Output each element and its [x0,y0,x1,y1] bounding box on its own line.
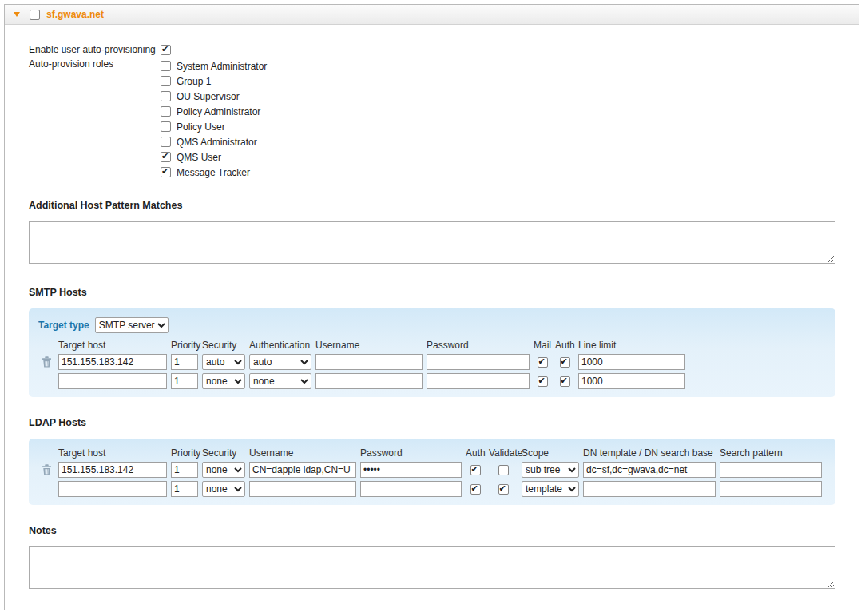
role-checkbox[interactable] [161,167,171,177]
password-input[interactable] [427,354,530,370]
host-header-bar[interactable]: sf.gwava.net [5,5,859,25]
col-password: Password [427,340,530,351]
auth-checkbox[interactable] [560,376,570,387]
smtp-host-row: none none [38,373,826,389]
auto-provision-roles-row: Auto-provision roles System Administrato… [29,58,835,180]
target-host-input[interactable] [58,354,167,370]
scope-select[interactable]: sub tree [522,462,579,478]
role-label: Message Tracker [177,167,250,178]
target-host-input[interactable] [58,462,167,478]
line-limit-input[interactable] [578,373,685,389]
authentication-select[interactable]: auto [249,354,311,370]
mail-checkbox[interactable] [538,357,548,368]
notes-heading: Notes [29,525,835,536]
username-input[interactable] [315,354,423,370]
host-select-checkbox[interactable] [30,10,40,20]
auth-checkbox[interactable] [470,484,481,495]
col-auth: Auth [555,340,574,351]
security-select[interactable]: auto [202,354,245,370]
target-type-select[interactable]: SMTP server [95,317,169,333]
security-select[interactable]: none [202,373,245,389]
col-security: Security [202,447,245,459]
search-pattern-input[interactable] [720,462,822,478]
collapse-arrow-icon[interactable] [14,12,20,17]
security-select[interactable]: none [202,481,245,497]
auth-checkbox[interactable] [560,357,570,368]
col-security: Security [202,340,245,351]
validate-checkbox[interactable] [498,465,509,475]
delete-row-icon[interactable] [38,354,54,370]
role-checkbox[interactable] [161,61,171,71]
role-item: QMS Administrator [161,134,267,149]
ldap-host-row: none sub tree [38,462,826,478]
role-item: Message Tracker [161,165,267,180]
role-item: OU Supervisor [161,89,267,104]
target-host-input[interactable] [58,481,167,497]
target-type-label: Target type [38,320,89,331]
auth-checkbox[interactable] [470,465,481,475]
col-priority: Priority [171,447,198,459]
smtp-host-row: auto auto [38,354,826,370]
mail-checkbox[interactable] [538,376,548,387]
enable-auto-provisioning-checkbox[interactable] [161,45,171,55]
priority-input[interactable] [171,354,198,370]
enable-auto-provisioning-label: Enable user auto-provisioning [29,44,161,55]
ldap-host-row: none template [38,481,826,497]
password-input[interactable] [427,373,530,389]
delete-row-icon[interactable] [38,462,54,478]
priority-input[interactable] [171,462,198,478]
password-input[interactable] [360,481,462,497]
ldap-hosts-panel: Target host Priority Security Username P… [29,439,835,505]
host-patterns-textarea[interactable] [29,221,835,264]
scope-select[interactable]: template [522,481,579,497]
dn-template-input[interactable] [583,481,716,497]
col-target-host: Target host [58,447,167,459]
col-validate: Validate [489,447,518,459]
role-label: Group 1 [177,76,211,87]
role-checkbox[interactable] [161,106,171,117]
host-title: sf.gwava.net [46,9,104,20]
role-label: QMS User [177,152,221,163]
col-dn-template: DN template / DN search base [583,447,716,459]
username-input[interactable] [249,462,356,478]
validate-checkbox[interactable] [498,484,509,495]
col-priority: Priority [171,340,198,351]
ldap-hosts-heading: LDAP Hosts [29,417,835,428]
search-pattern-input[interactable] [720,481,822,497]
col-password: Password [360,447,462,459]
security-select[interactable]: none [202,462,245,478]
line-limit-input[interactable] [578,354,685,370]
col-username: Username [315,340,423,351]
password-input[interactable] [360,462,462,478]
role-item: Group 1 [161,74,267,89]
dn-template-input[interactable] [583,462,716,478]
col-auth: Auth [466,447,485,459]
role-checkbox[interactable] [161,76,171,86]
col-search-pattern: Search pattern [720,447,822,459]
priority-input[interactable] [171,373,198,389]
role-item: Policy Administrator [161,104,267,119]
col-authentication: Authentication [249,340,311,351]
role-label: Policy User [177,121,225,133]
target-type-row: Target type SMTP server [38,316,826,335]
enable-auto-provisioning-row: Enable user auto-provisioning [29,44,835,55]
priority-input[interactable] [171,481,198,497]
notes-textarea[interactable] [29,546,835,589]
smtp-table-header: Target host Priority Security Authentica… [38,340,826,351]
role-label: Policy Administrator [177,106,260,117]
host-config-window: sf.gwava.net Enable user auto-provisioni… [4,4,859,610]
role-checkbox[interactable] [161,152,171,162]
authentication-select[interactable]: none [249,373,311,389]
col-scope: Scope [522,447,579,459]
role-checkbox[interactable] [161,91,171,101]
role-label: QMS Administrator [177,137,257,148]
username-input[interactable] [315,373,423,389]
col-target-host: Target host [58,340,167,351]
host-config-body: Enable user auto-provisioning Auto-provi… [5,25,859,592]
target-host-input[interactable] [58,373,167,389]
roles-list: System Administrator Group 1 OU Supervis… [161,58,267,180]
role-checkbox[interactable] [161,121,171,132]
role-checkbox[interactable] [161,137,171,147]
username-input[interactable] [249,481,356,497]
smtp-hosts-heading: SMTP Hosts [29,287,835,298]
